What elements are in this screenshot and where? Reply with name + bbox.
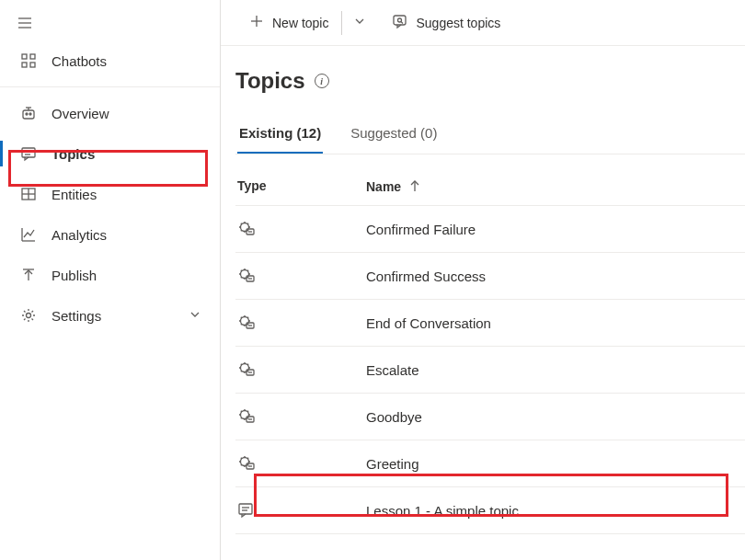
system-topic-icon (237, 267, 256, 285)
chat-icon (18, 145, 39, 162)
page-title-text: Topics (235, 68, 305, 94)
system-topic-icon (237, 220, 256, 238)
sidebar-item-label: Overview (52, 106, 109, 121)
chevron-down-icon (351, 13, 368, 32)
new-topic-button[interactable]: New topic (239, 7, 338, 39)
name-cell: Lesson 1 - A simple topic (366, 503, 745, 519)
sidebar-item-label: Analytics (52, 227, 107, 243)
divider (341, 11, 342, 35)
tab-existing[interactable]: Existing (12) (237, 116, 323, 154)
entities-icon (18, 186, 39, 202)
table-row[interactable]: Escalate (235, 347, 745, 394)
topics-table: Type Name Confirmed FailureConfirmed Suc… (235, 167, 745, 534)
table-row[interactable]: Goodbye (235, 394, 745, 440)
suggest-topics-button[interactable]: Suggest topics (383, 7, 510, 39)
bot-icon (18, 105, 39, 121)
sidebar-item-entities[interactable]: Entities (0, 174, 220, 214)
table-row[interactable]: Confirmed Success (235, 253, 745, 300)
page-title: Topics i (235, 68, 745, 94)
sidebar-item-label: Settings (52, 308, 101, 324)
system-topic-icon (237, 360, 256, 379)
header-type[interactable]: Type (237, 178, 366, 194)
grid-icon (18, 52, 39, 69)
name-cell: Confirmed Success (366, 269, 745, 284)
table-header: Type Name (235, 167, 745, 206)
name-cell: Escalate (366, 362, 745, 378)
name-cell: Confirmed Failure (366, 222, 745, 237)
system-topic-icon (237, 454, 256, 473)
sidebar-item-label: Topics (52, 146, 95, 162)
hamburger-button[interactable] (0, 6, 220, 40)
system-topic-icon (237, 314, 256, 332)
new-topic-dropdown[interactable] (346, 7, 373, 39)
sidebar-item-label: Chatbots (52, 53, 107, 69)
sidebar-item-label: Entities (52, 187, 97, 202)
type-cell (237, 220, 366, 238)
main: New topic Suggest topics Topics i Existi… (221, 0, 745, 560)
tab-suggested[interactable]: Suggested (0) (349, 116, 439, 154)
sidebar-item-analytics[interactable]: Analytics (0, 214, 220, 255)
plus-icon (248, 13, 265, 32)
gear-icon (18, 307, 39, 324)
name-cell: Greeting (366, 456, 745, 472)
sidebar-item-publish[interactable]: Publish (0, 255, 220, 295)
sidebar: Chatbots Overview Topics Entities Analyt… (0, 0, 221, 560)
suggest-topics-label: Suggest topics (416, 16, 500, 30)
publish-icon (18, 267, 39, 283)
suggest-icon (392, 13, 408, 32)
command-bar: New topic Suggest topics (221, 0, 745, 46)
header-name-label: Name (366, 179, 401, 194)
analytics-icon (18, 226, 39, 243)
new-topic-label: New topic (272, 16, 328, 30)
table-row[interactable]: Lesson 1 - A simple topic (235, 487, 745, 534)
type-cell (237, 454, 366, 473)
table-row[interactable]: Confirmed Failure (235, 206, 745, 253)
type-cell (237, 501, 366, 520)
chevron-down-icon (187, 306, 203, 326)
sidebar-item-overview[interactable]: Overview (0, 93, 220, 133)
user-topic-icon (237, 501, 256, 520)
table-row[interactable]: Greeting (235, 440, 745, 487)
table-row[interactable]: End of Conversation (235, 300, 745, 347)
system-topic-icon (237, 407, 256, 426)
type-cell (237, 407, 366, 426)
type-cell (237, 314, 366, 332)
type-cell (237, 360, 366, 379)
sidebar-item-settings[interactable]: Settings (0, 295, 220, 336)
tabs: Existing (12) Suggested (0) (235, 116, 745, 154)
info-icon[interactable]: i (315, 74, 329, 88)
header-name[interactable]: Name (366, 178, 745, 194)
sort-arrow-up-icon (407, 178, 419, 194)
sidebar-item-topics[interactable]: Topics (0, 133, 220, 174)
name-cell: Goodbye (366, 409, 745, 425)
sidebar-item-chatbots[interactable]: Chatbots (0, 40, 220, 81)
type-cell (237, 267, 366, 285)
name-cell: End of Conversation (366, 315, 745, 331)
sidebar-item-label: Publish (52, 268, 97, 283)
